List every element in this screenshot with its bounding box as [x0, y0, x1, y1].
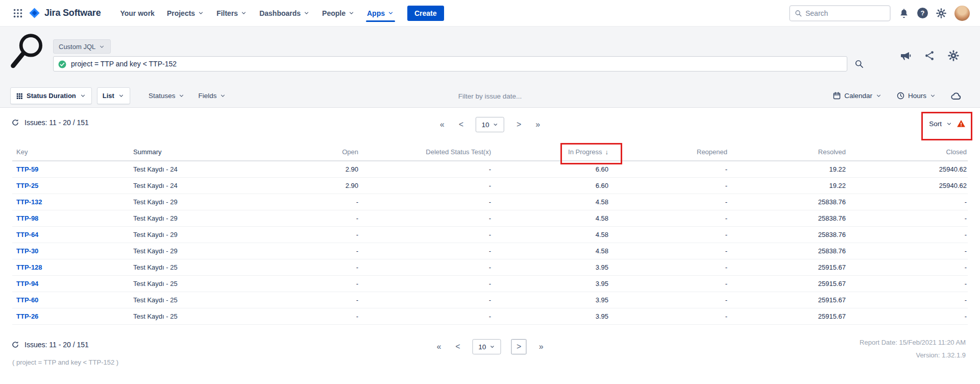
next-page-button[interactable]: >: [514, 119, 523, 130]
share-button[interactable]: [924, 50, 935, 61]
key-cell: TTP-60: [12, 292, 130, 308]
column-header-reopened[interactable]: Reopened: [609, 148, 728, 161]
duration-cell: -: [609, 308, 728, 324]
column-header-closed[interactable]: Closed: [847, 148, 968, 161]
create-button[interactable]: Create: [407, 6, 444, 21]
clock-icon: [896, 91, 905, 100]
report-date-label: Report Date: 15/Feb/2021 11:20 AM: [860, 336, 966, 349]
report-meta: Report Date: 15/Feb/2021 11:20 AM Versio…: [860, 336, 966, 362]
hours-dropdown[interactable]: Hours: [896, 91, 936, 100]
duration-cell: -: [609, 259, 728, 275]
key-cell: TTP-64: [12, 226, 130, 243]
issue-key-link[interactable]: TTP-25: [16, 182, 38, 189]
issue-date-filter-input[interactable]: [413, 92, 567, 100]
issue-key-link[interactable]: TTP-132: [16, 198, 42, 206]
nav-projects[interactable]: Projects: [161, 0, 210, 27]
duration-cell: 2.90: [242, 177, 359, 194]
jira-logo[interactable]: Jira Software: [29, 7, 101, 19]
share-icon: [924, 50, 935, 61]
column-header-resolved[interactable]: Resolved: [728, 148, 847, 161]
help-button[interactable]: [917, 8, 928, 18]
table-row: TTP-128Test Kaydı - 25--3.95-25915.67-: [12, 259, 968, 275]
column-header-summary[interactable]: Summary: [130, 148, 242, 161]
announcement-button[interactable]: [899, 50, 912, 62]
duration-cell: 6.60: [492, 161, 609, 177]
jira-diamond-icon: [29, 7, 40, 19]
issue-key-link[interactable]: TTP-94: [16, 280, 38, 287]
duration-cell: -: [359, 308, 492, 324]
nav-filters[interactable]: Filters: [210, 0, 253, 27]
duration-cell: 2.90: [242, 161, 359, 177]
report-settings-button[interactable]: [947, 50, 960, 62]
last-page-button[interactable]: »: [537, 342, 546, 352]
chevron-down-icon: [875, 92, 882, 99]
jql-search-button[interactable]: [851, 56, 867, 71]
column-header-in-progress[interactable]: In Progress↓: [492, 148, 609, 161]
nav-label: Apps: [367, 9, 385, 17]
duration-cell: 25915.67: [728, 308, 847, 324]
user-avatar[interactable]: [954, 6, 970, 21]
jira-logo-text: Jira Software: [44, 8, 101, 18]
page-size-select[interactable]: 10: [476, 117, 504, 132]
notifications-button[interactable]: [898, 8, 910, 19]
fields-dropdown[interactable]: Fields: [198, 92, 226, 100]
page-size-select[interactable]: 10: [473, 339, 501, 354]
issue-key-link[interactable]: TTP-98: [16, 214, 38, 222]
report-type-label: Status Duration: [27, 92, 76, 100]
statuses-dropdown[interactable]: Statuses: [149, 92, 185, 100]
nav-your-work[interactable]: Your work: [114, 0, 160, 27]
chevron-down-icon: [80, 92, 86, 99]
prev-page-button[interactable]: <: [457, 119, 465, 130]
nav-people[interactable]: People: [316, 0, 361, 27]
column-header-key[interactable]: Key: [12, 148, 130, 161]
issue-key-link[interactable]: TTP-128: [16, 263, 42, 271]
last-page-button[interactable]: »: [533, 119, 542, 130]
view-label: List: [103, 92, 114, 100]
issue-key-link[interactable]: TTP-59: [16, 165, 38, 173]
chevron-down-icon: [118, 92, 125, 99]
first-page-button[interactable]: «: [434, 342, 443, 352]
warning-icon[interactable]: [957, 119, 966, 128]
nav-right-cluster: [789, 5, 970, 21]
jql-mode-selector[interactable]: Custom JQL: [53, 39, 111, 54]
issue-key-link[interactable]: TTP-26: [16, 313, 38, 320]
chevron-down-icon: [929, 92, 936, 99]
global-search-input[interactable]: [805, 9, 886, 17]
next-page-button[interactable]: >: [511, 339, 527, 354]
report-type-button[interactable]: Status Duration: [10, 87, 92, 104]
duration-cell: -: [359, 275, 492, 292]
nav-dashboards[interactable]: Dashboards: [253, 0, 316, 27]
sort-control[interactable]: Sort: [929, 119, 966, 128]
duration-cell: 19.22: [728, 177, 847, 194]
duration-cell: -: [609, 292, 728, 308]
duration-cell: -: [609, 177, 728, 194]
table-row: TTP-59Test Kaydı - 242.90-6.60-19.222594…: [12, 161, 968, 177]
column-header-open[interactable]: Open: [242, 148, 359, 161]
table-row: TTP-25Test Kaydı - 242.90-6.60-19.222594…: [12, 177, 968, 194]
table-row: TTP-64Test Kaydı - 29--4.58-25838.76-: [12, 226, 968, 243]
refresh-button[interactable]: [11, 341, 19, 349]
refresh-button[interactable]: [11, 118, 19, 127]
column-header-deleted-status[interactable]: Deleted Status Test(x): [359, 148, 492, 161]
export-button[interactable]: [950, 90, 962, 102]
issue-key-link[interactable]: TTP-60: [16, 296, 38, 304]
nav-apps[interactable]: Apps: [361, 0, 400, 27]
duration-cell: -: [847, 275, 968, 292]
app-switcher-button[interactable]: [10, 6, 26, 21]
report-toolbar: Status Duration List Statuses Fields Cal…: [0, 84, 980, 108]
jql-input[interactable]: [54, 57, 847, 71]
duration-cell: 25838.76: [728, 243, 847, 259]
column-label: Closed: [946, 148, 967, 156]
issue-key-link[interactable]: TTP-30: [16, 247, 38, 255]
prev-page-button[interactable]: <: [453, 342, 462, 352]
sort-label: Sort: [929, 120, 942, 128]
first-page-button[interactable]: «: [438, 119, 447, 130]
duration-cell: 25940.62: [847, 177, 968, 194]
duration-cell: -: [242, 259, 359, 275]
view-selector-button[interactable]: List: [97, 87, 130, 104]
global-search[interactable]: [789, 5, 891, 21]
calendar-dropdown[interactable]: Calendar: [832, 91, 882, 100]
summary-cell: Test Kaydı - 24: [130, 177, 242, 194]
settings-button[interactable]: [936, 8, 947, 19]
issue-key-link[interactable]: TTP-64: [16, 231, 38, 238]
